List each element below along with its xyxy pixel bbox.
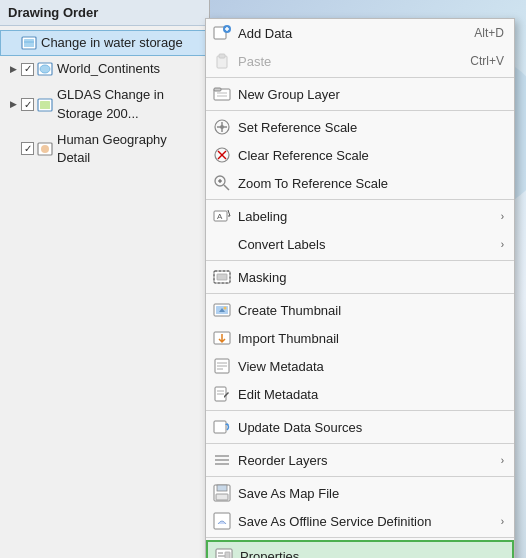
layer-icon: [37, 61, 53, 77]
menu-label: Reorder Layers: [238, 453, 501, 468]
menu-label: Convert Labels: [238, 237, 501, 252]
menu-item-save-offline[interactable]: Save As Offline Service Definition ›: [206, 507, 514, 535]
masking-icon: [212, 267, 232, 287]
menu-label: Set Reference Scale: [238, 120, 504, 135]
menu-label: Paste: [238, 54, 450, 69]
menu-label: Zoom To Reference Scale: [238, 176, 504, 191]
clear-reference-scale-icon: [212, 145, 232, 165]
separator: [206, 410, 514, 411]
layer-checkbox[interactable]: [21, 63, 34, 76]
svg-line-28: [224, 185, 229, 190]
menu-label: Create Thumbnail: [238, 303, 504, 318]
separator: [206, 110, 514, 111]
view-metadata-icon: [212, 356, 232, 376]
panel-title: Drawing Order: [0, 0, 209, 26]
svg-rect-1: [24, 39, 34, 47]
expand-arrow-icon: ▶: [7, 63, 19, 75]
reorder-layers-icon: [212, 450, 232, 470]
layer-list: Change in water storage ▶ World_Continen…: [0, 26, 209, 175]
svg-point-39: [224, 307, 227, 310]
svg-rect-15: [219, 54, 225, 58]
separator: [206, 199, 514, 200]
menu-label: Clear Reference Scale: [238, 148, 504, 163]
layer-name: Human Geography Detail: [57, 131, 202, 167]
submenu-arrow-icon: ›: [501, 455, 504, 466]
menu-label: Edit Metadata: [238, 387, 504, 402]
layer-icon: [21, 35, 37, 51]
set-reference-scale-icon: [212, 117, 232, 137]
menu-item-add-data[interactable]: Add Data Alt+D: [206, 19, 514, 47]
menu-label: View Metadata: [238, 359, 504, 374]
labeling-icon: A: [212, 206, 232, 226]
menu-item-view-metadata[interactable]: View Metadata: [206, 352, 514, 380]
separator: [206, 77, 514, 78]
layer-name: World_Continents: [57, 60, 160, 78]
svg-rect-61: [225, 552, 230, 558]
menu-item-import-thumbnail[interactable]: Import Thumbnail: [206, 324, 514, 352]
menu-item-new-group-layer[interactable]: New Group Layer: [206, 80, 514, 108]
create-thumbnail-icon: [212, 300, 232, 320]
layer-item[interactable]: Change in water storage: [0, 30, 209, 56]
submenu-arrow-icon: ›: [501, 211, 504, 222]
save-offline-icon: [212, 511, 232, 531]
add-data-icon: [212, 23, 232, 43]
svg-point-8: [41, 145, 49, 153]
submenu-arrow-icon: ›: [501, 239, 504, 250]
edit-metadata-icon: [212, 384, 232, 404]
layer-icon: [37, 97, 53, 113]
menu-item-edit-metadata[interactable]: Edit Metadata: [206, 380, 514, 408]
svg-rect-34: [217, 274, 227, 280]
drawing-order-panel: Drawing Order Change in water storage ▶: [0, 0, 210, 558]
menu-item-paste: Paste Ctrl+V: [206, 47, 514, 75]
layer-item[interactable]: ▶ GLDAS Change in Storage 200...: [0, 82, 209, 126]
submenu-arrow-icon: ›: [501, 516, 504, 527]
menu-item-zoom-reference-scale[interactable]: Zoom To Reference Scale: [206, 169, 514, 197]
menu-label: Properties: [240, 549, 502, 559]
menu-label: Labeling: [238, 209, 501, 224]
menu-label: Save As Offline Service Definition: [238, 514, 501, 529]
svg-point-4: [40, 65, 50, 73]
menu-label: Add Data: [238, 26, 454, 41]
menu-item-convert-labels[interactable]: Convert Labels ›: [206, 230, 514, 258]
update-data-sources-icon: [212, 417, 232, 437]
expand-arrow-icon: ▶: [7, 99, 19, 111]
layer-checkbox[interactable]: [21, 98, 34, 111]
menu-item-clear-reference-scale[interactable]: Clear Reference Scale: [206, 141, 514, 169]
properties-icon: [214, 546, 234, 558]
menu-label: Import Thumbnail: [238, 331, 504, 346]
paste-icon: [212, 51, 232, 71]
separator: [206, 260, 514, 261]
menu-item-properties[interactable]: Properties: [206, 540, 514, 558]
svg-rect-17: [214, 88, 221, 91]
menu-label: Masking: [238, 270, 504, 285]
separator: [206, 443, 514, 444]
context-menu: Add Data Alt+D Paste Ctrl+V New Group La…: [205, 18, 515, 558]
svg-rect-48: [214, 421, 226, 433]
menu-item-set-reference-scale[interactable]: Set Reference Scale: [206, 113, 514, 141]
convert-labels-icon: [212, 234, 232, 254]
svg-rect-54: [217, 485, 227, 491]
menu-item-masking[interactable]: Masking: [206, 263, 514, 291]
zoom-reference-scale-icon: [212, 173, 232, 193]
menu-item-create-thumbnail[interactable]: Create Thumbnail: [206, 296, 514, 324]
layer-checkbox[interactable]: [21, 142, 34, 155]
svg-text:A: A: [217, 212, 223, 221]
save-map-file-icon: [212, 483, 232, 503]
layer-icon: [37, 141, 53, 157]
layer-name: Change in water storage: [41, 34, 183, 52]
menu-item-reorder-layers[interactable]: Reorder Layers ›: [206, 446, 514, 474]
group-layer-icon: [212, 84, 232, 104]
shortcut-label: Ctrl+V: [470, 54, 504, 68]
svg-point-23: [220, 125, 224, 129]
layer-name: GLDAS Change in Storage 200...: [57, 86, 202, 122]
menu-label: Save As Map File: [238, 486, 504, 501]
layer-item[interactable]: ▶ World_Continents: [0, 56, 209, 82]
menu-item-update-data-sources[interactable]: Update Data Sources: [206, 413, 514, 441]
menu-item-labeling[interactable]: A Labeling ›: [206, 202, 514, 230]
menu-label: Update Data Sources: [238, 420, 504, 435]
shortcut-label: Alt+D: [474, 26, 504, 40]
separator: [206, 476, 514, 477]
menu-item-save-map-file[interactable]: Save As Map File: [206, 479, 514, 507]
layer-item[interactable]: ▶ Human Geography Detail: [0, 127, 209, 171]
menu-label: New Group Layer: [238, 87, 504, 102]
